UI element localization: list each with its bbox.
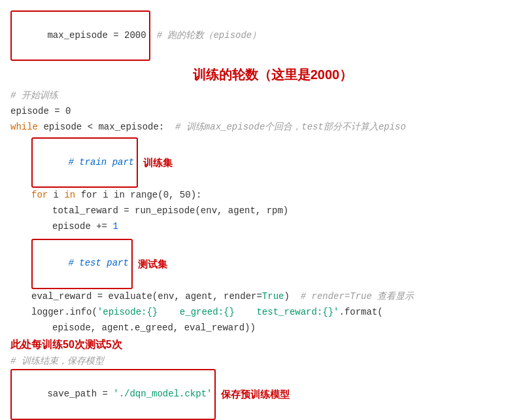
save-annotation: 保存预训练模型 [221, 386, 290, 403]
eval-reward-close: ) [284, 289, 300, 305]
eval-comment: # render=True 查看显示 [301, 289, 414, 305]
save-path-string: './dqn_model.ckpt' [113, 389, 212, 399]
save-path-highlight: save_path = './dqn_model.ckpt' [10, 369, 216, 419]
test-part-code: # test part [68, 258, 128, 268]
line-logger2: episode, agent.e_greed, eval_reward)) [10, 321, 496, 336]
code-block: max_episode = 2000 # 跑的轮数（episode） 训练的轮数… [10, 10, 496, 420]
annotation-episodes: 训练的轮数（这里是2000） [10, 63, 496, 86]
test-annotation: 测试集 [138, 256, 167, 273]
save-comment: # 训练结束，保存模型 [10, 354, 104, 370]
line-start-comment: # 开始训练 [10, 88, 496, 104]
eval-reward-code: eval_reward = evaluate(env, agent, rende… [31, 289, 262, 305]
line-save-path: save_path = './dqn_model.ckpt' 保存预训练模型 [10, 369, 496, 419]
train-annotation: 训练集 [143, 154, 173, 171]
line-total-reward: total_reward = run_episode(env, agent, r… [10, 203, 496, 219]
line-logger1: logger.info('episode:{} e_greed:{} test_… [10, 305, 496, 321]
save-path-var: save_path = [47, 389, 113, 399]
line-for: for i in for i in range(0, 50): [10, 188, 496, 203]
in-keyword: in [64, 188, 80, 203]
annotation-episodes-text: 训练的轮数（这里是2000） [50, 63, 496, 86]
train-part-highlight: # train part [31, 137, 138, 188]
for-range: for i in range(0, 50): [81, 188, 202, 203]
line-eval-reward: eval_reward = evaluate(env, agent, rende… [10, 289, 496, 305]
episode-init-code: episode = 0 [10, 104, 71, 120]
while-condition: episode < max_episode: [43, 120, 175, 135]
for-var: i [54, 188, 65, 203]
line-annotation-50-5: 此处每训练50次测试5次 [10, 336, 496, 353]
for-keyword: for [31, 188, 54, 203]
line-test-part: # test part 测试集 [10, 239, 496, 289]
logger-code2: episode, agent.e_greed, eval_reward)) [52, 321, 256, 336]
line-max-episode: max_episode = 2000 # 跑的轮数（episode） [10, 10, 496, 61]
eval-render-true: True [262, 289, 284, 305]
max-episode-comment: # 跑的轮数（episode） [157, 28, 261, 44]
logger-string: 'episode:{} e_greed:{} test_reward:{}' [97, 305, 339, 321]
episode-inc-num: 1 [112, 219, 118, 235]
max-episode-highlight: max_episode = 2000 [10, 10, 150, 61]
train-part-code: # train part [68, 157, 134, 167]
total-reward-code: total_reward = run_episode(env, agent, r… [52, 203, 288, 219]
line-episode-inc: episode += 1 [10, 219, 496, 235]
while-comment: # 训练max_episode个回合，test部分不计算入episo [175, 120, 406, 135]
annotation-50-5-text: 此处每训练50次测试5次 [10, 336, 122, 353]
line-episode-init: episode = 0 [10, 104, 496, 120]
episode-inc-code: episode += [52, 219, 112, 235]
test-part-highlight: # test part [31, 239, 133, 289]
logger-code1: logger.info( [31, 305, 97, 321]
line-while: while episode < max_episode: # 训练max_epi… [10, 120, 496, 135]
start-comment: # 开始训练 [10, 88, 58, 104]
logger-format: .format( [339, 305, 383, 321]
max-episode-code: max_episode = 2000 [47, 30, 146, 41]
line-train-part: # train part 训练集 [10, 137, 496, 188]
while-keyword: while [10, 120, 43, 135]
line-save-comment: # 训练结束，保存模型 [10, 354, 496, 370]
